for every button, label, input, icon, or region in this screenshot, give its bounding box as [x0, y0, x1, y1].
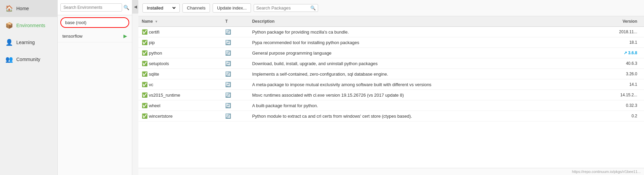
play-icon: ▶ — [123, 33, 127, 39]
pkg-name: setuptools — [149, 61, 169, 66]
table-header-row: Name ▼ T Description Version — [138, 16, 644, 27]
pkg-name-cell: ✅wincertstore — [138, 111, 222, 121]
env-item-tensorflow-label: tensorflow — [62, 34, 82, 39]
pkg-version-cell: 0.2 — [592, 111, 644, 121]
pkg-search-input[interactable] — [256, 5, 310, 11]
sidebar-item-community[interactable]: 👥 Community — [0, 51, 57, 68]
pkg-name: sqlite — [149, 72, 159, 77]
upgrade-arrow-icon: ↗ — [624, 51, 627, 55]
packages-tbody: ✅certifi🔄Python package for providing mo… — [138, 27, 644, 121]
pkg-description-cell: A built-package format for python. — [249, 100, 592, 111]
pkg-type-cell: 🔄 — [222, 37, 249, 48]
pkg-version-cell: 14.1 — [592, 79, 644, 90]
table-row[interactable]: ✅vc🔄A meta-package to impose mutual excl… — [138, 79, 644, 90]
pkg-type-cell: 🔄 — [222, 111, 249, 121]
check-icon: ✅ — [142, 40, 148, 45]
pkg-name: wincertstore — [149, 114, 173, 119]
table-row[interactable]: ✅pip🔄Pypa recommended tool for installin… — [138, 37, 644, 48]
pkg-version-cell: 14.15.2... — [592, 90, 644, 100]
pkg-name: certifi — [149, 30, 159, 35]
packages-table-wrap: Name ▼ T Description Version ✅certifi🔄Py… — [138, 16, 644, 168]
sidebar-item-home[interactable]: 🏠 Home — [0, 0, 57, 17]
pkg-version-cell: 0.32.3 — [592, 100, 644, 111]
pkg-version-cell: 3.26.0 — [592, 69, 644, 79]
table-row[interactable]: ✅certifi🔄Python package for providing mo… — [138, 27, 644, 37]
env-search-icon[interactable]: 🔍 — [123, 5, 129, 10]
filter-select[interactable]: InstalledAllNot installedUpgradableSelec… — [145, 5, 177, 11]
pkg-name-cell: ✅pip — [138, 37, 222, 48]
pkg-description-cell: General purpose programming language — [249, 48, 592, 58]
table-row[interactable]: ✅sqlite🔄Implements a self-contained, zer… — [138, 69, 644, 79]
pkg-description-cell: Implements a self-contained, zero-config… — [249, 69, 592, 79]
sidebar-item-community-label: Community — [16, 57, 40, 62]
table-row[interactable]: ✅vs2015_runtime🔄Msvc runtimes associated… — [138, 90, 644, 100]
pkg-description-cell: A meta-package to impose mutual exclusiv… — [249, 79, 592, 90]
sidebar-item-home-label: Home — [16, 6, 29, 11]
check-icon: ✅ — [142, 50, 148, 56]
pkg-type-cell: 🔄 — [222, 79, 249, 90]
circle-icon: 🔄 — [225, 71, 231, 77]
pkg-description-cell: Download, build, install, upgrade, and u… — [249, 58, 592, 69]
pkg-name-cell: ✅wheel — [138, 100, 222, 111]
col-header-description: Description — [249, 16, 592, 27]
circle-icon: 🔄 — [225, 82, 231, 87]
pkg-type-cell: 🔄 — [222, 100, 249, 111]
environments-icon: 📦 — [5, 22, 13, 29]
collapse-panel-button[interactable]: ◀ — [132, 0, 138, 14]
footer-url: https://repo.continuum.io/pkgs/r/1bee11.… — [572, 170, 641, 174]
check-icon: ✅ — [142, 29, 148, 35]
col-header-version: Version — [592, 16, 644, 27]
sidebar-item-environments-label: Environments — [16, 23, 45, 28]
check-icon: ✅ — [142, 103, 148, 108]
check-icon: ✅ — [142, 92, 148, 98]
pkg-name-cell: ✅python — [138, 48, 222, 58]
pkg-version-cell: 18.1 — [592, 37, 644, 48]
pkg-name: vs2015_runtime — [149, 93, 180, 98]
env-item-base-label: base (root) — [65, 20, 86, 25]
pkg-description-cell: Msvc runtimes associated with cl.exe ver… — [249, 90, 592, 100]
env-search-input[interactable] — [60, 3, 122, 12]
col-header-type[interactable]: T — [222, 16, 249, 27]
sidebar-item-environments[interactable]: 📦 Environments — [0, 17, 57, 34]
pkg-name: python — [149, 51, 162, 56]
table-row[interactable]: ✅python🔄General purpose programming lang… — [138, 48, 644, 58]
env-item-tensorflow[interactable]: tensorflow ▶ — [58, 30, 132, 42]
footer-bar: https://repo.continuum.io/pkgs/r/1bee11.… — [138, 168, 644, 175]
pkg-search-icon[interactable]: 🔍 — [310, 5, 316, 11]
pkg-name-cell: ✅vs2015_runtime — [138, 90, 222, 100]
table-row[interactable]: ✅setuptools🔄Download, build, install, up… — [138, 58, 644, 69]
pkg-type-cell: 🔄 — [222, 27, 249, 37]
circle-icon: 🔄 — [225, 61, 231, 66]
circle-icon: 🔄 — [225, 50, 231, 56]
table-row[interactable]: ✅wincertstore🔄Python module to extract c… — [138, 111, 644, 121]
env-list: base (root) tensorflow ▶ — [58, 15, 132, 175]
pkg-name: vc — [149, 82, 153, 87]
env-item-base[interactable]: base (root) — [60, 17, 129, 28]
pkg-search-bar: 🔍 — [254, 4, 318, 12]
sidebar-item-learning[interactable]: 👤 Learning — [0, 34, 57, 51]
pkg-name: pip — [149, 40, 155, 45]
community-icon: 👥 — [5, 56, 13, 63]
pkg-description-cell: Python package for providing mozilla's c… — [249, 27, 592, 37]
packages-toolbar: InstalledAllNot installedUpgradableSelec… — [138, 0, 644, 16]
check-icon: ✅ — [142, 71, 148, 77]
env-search-bar: 🔍 — [58, 0, 132, 15]
pkg-name-cell: ✅certifi — [138, 27, 222, 37]
circle-icon: 🔄 — [225, 40, 231, 45]
check-icon: ✅ — [142, 113, 148, 119]
sort-icon-name: ▼ — [155, 20, 158, 23]
pkg-version-cell: ↗ 3.6.8 — [592, 48, 644, 58]
sidebar: 🏠 Home 📦 Environments 👤 Learning 👥 Commu… — [0, 0, 58, 175]
pkg-name: wheel — [149, 103, 160, 108]
table-row[interactable]: ✅wheel🔄A built-package format for python… — [138, 100, 644, 111]
pkg-name-cell: ✅vc — [138, 79, 222, 90]
main-content: InstalledAllNot installedUpgradableSelec… — [138, 0, 644, 175]
learning-icon: 👤 — [5, 39, 13, 46]
filter-select-wrapper[interactable]: InstalledAllNot installedUpgradableSelec… — [142, 3, 180, 13]
environments-panel: 🔍 base (root) tensorflow ▶ — [58, 0, 132, 175]
update-index-button[interactable]: Update index... — [213, 3, 251, 13]
channels-button[interactable]: Channels — [182, 3, 210, 13]
sidebar-item-learning-label: Learning — [16, 40, 35, 45]
circle-icon: 🔄 — [225, 103, 231, 108]
col-header-name[interactable]: Name ▼ — [138, 16, 222, 27]
